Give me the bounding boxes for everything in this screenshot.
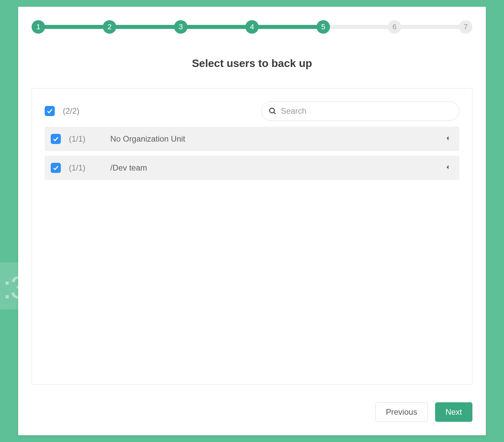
unit-checkbox[interactable] [51,163,61,173]
unit-count: (1/1) [69,163,85,173]
select-all-checkbox[interactable] [45,106,55,116]
step-1[interactable]: 1 [32,20,45,34]
step-3[interactable]: 3 [174,20,187,34]
check-icon [46,108,53,114]
selected-count: (2/2) [63,106,79,116]
previous-button[interactable]: Previous [375,402,427,422]
org-unit-row[interactable]: (1/1) No Organization Unit [45,127,459,151]
svg-line-1 [274,112,276,114]
step-6: 6 [388,20,401,34]
wizard-footer: Previous Next [32,402,472,422]
stepper-steps: 1 2 3 4 5 6 7 [32,20,472,34]
user-selection-box: (2/2) (1/1) No Organiza [32,88,472,385]
org-unit-list: (1/1) No Organization Unit (1/1) /Dev te… [45,127,459,180]
svg-marker-2 [447,136,449,140]
search-icon [268,107,277,115]
step-7: 7 [459,20,472,34]
org-unit-row[interactable]: (1/1) /Dev team [45,156,459,180]
step-5[interactable]: 5 [317,20,330,34]
search-input[interactable] [261,101,459,121]
next-button[interactable]: Next [435,402,472,422]
svg-marker-3 [447,165,449,169]
check-icon [52,164,59,171]
expand-caret-icon[interactable] [446,136,450,142]
step-2[interactable]: 2 [103,20,116,34]
step-4[interactable]: 4 [245,20,259,34]
selection-header: (2/2) [45,101,459,121]
unit-name: No Organization Unit [110,134,185,144]
expand-caret-icon[interactable] [446,164,450,171]
unit-name: /Dev team [110,163,147,173]
check-icon [52,136,59,142]
wizard-panel: 1 2 3 4 5 6 7 Select users to back up (2… [18,7,486,435]
unit-checkbox[interactable] [51,134,61,144]
svg-point-0 [270,108,275,113]
page-title: Select users to back up [32,57,472,70]
unit-count: (1/1) [69,134,85,144]
step-progress: 1 2 3 4 5 6 7 [32,20,472,34]
